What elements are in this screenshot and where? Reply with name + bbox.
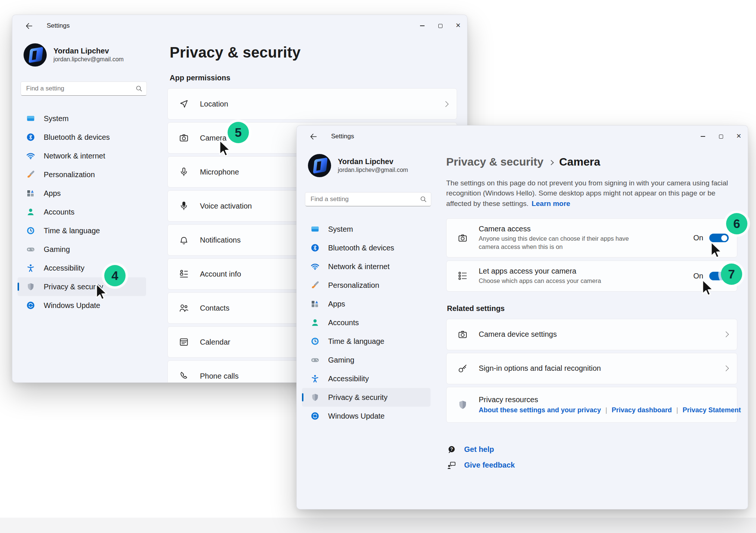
- get-help-icon: ?: [446, 444, 457, 455]
- minimize-icon: [420, 25, 425, 26]
- shield-icon: [26, 282, 36, 292]
- back-button[interactable]: [306, 130, 320, 143]
- privacy-resources-row: Privacy resources About these settings a…: [446, 387, 737, 423]
- privacy-statement-link[interactable]: Privacy Statement: [672, 406, 741, 414]
- bell-icon: [178, 234, 189, 246]
- sidebar-item-gaming[interactable]: Gaming: [302, 351, 431, 369]
- sidebar-item-time-language[interactable]: Time & language: [18, 221, 146, 240]
- calendar-icon: [178, 336, 189, 348]
- camera-icon: [457, 329, 468, 340]
- setting-subtitle: Choose which apps can access your camera: [479, 277, 601, 285]
- sidebar-item-apps[interactable]: Apps: [18, 184, 146, 203]
- update-icon: [310, 411, 320, 421]
- permission-row-location[interactable]: Location: [167, 88, 457, 120]
- give-feedback-link[interactable]: Give feedback: [464, 461, 515, 469]
- sidebar-item-system[interactable]: System: [302, 220, 431, 238]
- minimize-icon: [701, 136, 705, 137]
- account-header[interactable]: Yordan Lipchev jordan.lipchev@gmail.com: [24, 43, 124, 67]
- maximize-icon: [719, 135, 723, 139]
- avatar: [308, 154, 331, 177]
- minimize-button[interactable]: [413, 15, 431, 37]
- about-settings-privacy-link[interactable]: About these settings and your privacy: [479, 406, 601, 414]
- sidebar-item-time-language[interactable]: Time & language: [302, 332, 431, 351]
- sidebar-item-windows-update[interactable]: Windows Update: [302, 407, 431, 425]
- breadcrumb-parent[interactable]: Privacy & security: [446, 155, 543, 168]
- close-button[interactable]: ×: [730, 126, 748, 147]
- sidebar-item-accessibility[interactable]: Accessibility: [302, 369, 431, 388]
- cursor-arrow-icon: [219, 140, 232, 158]
- give-feedback-row: Give feedback: [446, 460, 737, 471]
- system-icon: [26, 114, 36, 123]
- minimize-button[interactable]: [694, 126, 712, 147]
- phone-icon: [178, 370, 189, 382]
- learn-more-link[interactable]: Learn more: [531, 200, 570, 207]
- wifi-icon: [310, 262, 320, 271]
- voice-activation-icon: [178, 200, 189, 212]
- sidebar-nav: System Bluetooth & devices Network & int…: [302, 220, 431, 425]
- cursor-arrow-icon: [96, 283, 108, 301]
- titlebar: Settings ×: [12, 15, 467, 37]
- key-icon: [457, 363, 468, 374]
- account-header[interactable]: Yordan Lipchev jordan.lipchev@gmail.com: [308, 154, 408, 177]
- apps-icon: [26, 188, 36, 198]
- privacy-resources-title: Privacy resources: [479, 395, 741, 404]
- sign-in-options-row[interactable]: Sign-in options and facial recognition: [446, 353, 737, 384]
- sidebar-item-system[interactable]: System: [18, 109, 146, 128]
- page-description: The settings on this page do not prevent…: [446, 178, 737, 209]
- toggle-state-label: On: [693, 234, 703, 242]
- sidebar-item-personalization[interactable]: Personalization: [18, 165, 146, 184]
- sidebar-item-privacy-security[interactable]: Privacy & security: [302, 388, 431, 407]
- related-settings-header: Related settings: [447, 304, 737, 313]
- camera-access-toggle[interactable]: [709, 234, 729, 242]
- avatar: [24, 43, 47, 67]
- camera-icon: [457, 232, 468, 244]
- sidebar-item-network[interactable]: Network & internet: [302, 257, 431, 276]
- chevron-right-icon: [723, 366, 729, 372]
- svg-text:?: ?: [450, 447, 453, 452]
- sidebar-item-accounts[interactable]: Accounts: [18, 203, 146, 221]
- give-feedback-icon: [446, 460, 457, 471]
- sidebar-item-apps[interactable]: Apps: [302, 295, 431, 313]
- camera-access-row: Camera access Anyone using this device c…: [446, 218, 737, 258]
- sidebar-item-network[interactable]: Network & internet: [18, 147, 146, 165]
- setting-subtitle: Anyone using this device can choose if t…: [479, 235, 651, 251]
- sidebar-item-gaming[interactable]: Gaming: [18, 240, 146, 259]
- cursor-arrow-icon: [702, 279, 715, 297]
- window-title: Settings: [331, 133, 354, 140]
- sidebar-item-privacy-security[interactable]: Privacy & security: [18, 277, 146, 296]
- shield-icon: [457, 399, 468, 410]
- chevron-right-icon: [723, 332, 729, 338]
- maximize-icon: [438, 24, 442, 28]
- sidebar-item-bluetooth[interactable]: Bluetooth & devices: [18, 128, 146, 147]
- cursor-arrow-icon: [710, 241, 723, 259]
- contacts-icon: [178, 302, 189, 314]
- search-input[interactable]: [310, 195, 420, 203]
- camera-device-settings-row[interactable]: Camera device settings: [446, 319, 737, 350]
- maximize-button[interactable]: [712, 126, 730, 147]
- sidebar-item-personalization[interactable]: Personalization: [302, 276, 431, 295]
- back-button[interactable]: [22, 19, 36, 33]
- search-box[interactable]: [305, 192, 431, 206]
- close-button[interactable]: ×: [449, 15, 467, 37]
- system-icon: [310, 224, 320, 234]
- get-help-row: ? Get help: [446, 444, 737, 455]
- clock-icon: [26, 226, 36, 235]
- sidebar-item-accounts[interactable]: Accounts: [302, 313, 431, 332]
- maximize-button[interactable]: [431, 15, 449, 37]
- sidebar-item-accessibility[interactable]: Accessibility: [18, 259, 146, 277]
- sidebar-item-windows-update[interactable]: Windows Update: [18, 296, 146, 315]
- sidebar-nav: System Bluetooth & devices Network & int…: [18, 109, 146, 315]
- privacy-dashboard-link[interactable]: Privacy dashboard: [601, 406, 672, 414]
- setting-title: Let apps access your camera: [479, 267, 601, 275]
- location-icon: [178, 98, 189, 110]
- accessibility-icon: [26, 263, 36, 273]
- search-box[interactable]: [21, 81, 147, 96]
- brush-icon: [26, 170, 36, 179]
- get-help-link[interactable]: Get help: [464, 445, 494, 454]
- sidebar-item-bluetooth[interactable]: Bluetooth & devices: [302, 238, 431, 257]
- person-icon: [310, 318, 320, 327]
- shield-icon: [310, 392, 320, 402]
- wifi-icon: [26, 151, 36, 161]
- search-input[interactable]: [25, 84, 135, 93]
- account-info-icon: [178, 268, 189, 280]
